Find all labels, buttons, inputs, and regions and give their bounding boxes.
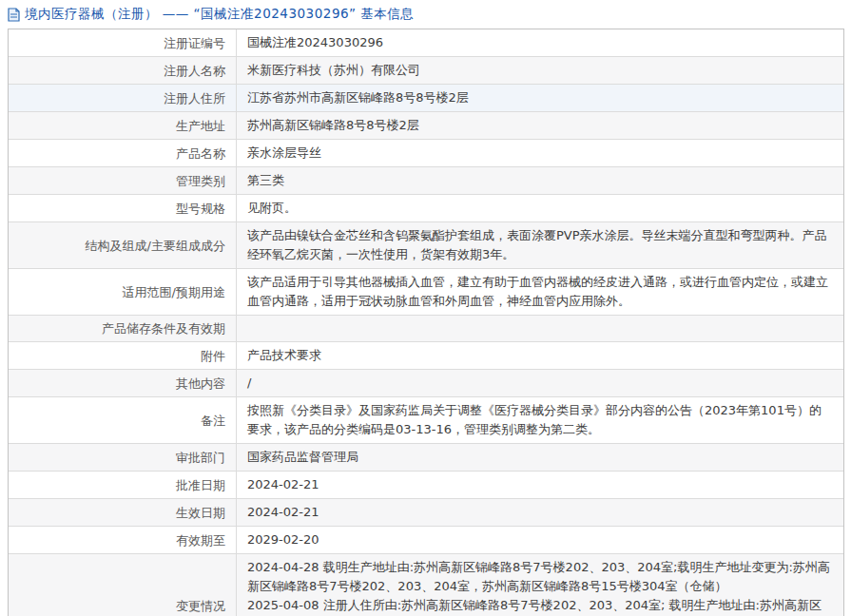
row-label: 其他内容	[9, 370, 237, 396]
row-value: 米新医疗科技（苏州）有限公司	[237, 57, 843, 84]
row-value: 第三类	[237, 167, 843, 194]
row-effective-date: 生效日期 2024-02-21	[9, 498, 843, 526]
row-value: 产品技术要求	[237, 342, 843, 369]
row-registration-number: 注册证编号 国械注准20243030296	[9, 29, 843, 56]
page-title: 境内医疗器械（注册） —— “国械注准20243030296” 基本信息	[25, 6, 414, 23]
row-registrant-name: 注册人名称 米新医疗科技（苏州）有限公司	[9, 56, 843, 84]
row-label: 适用范围/预期用途	[9, 269, 237, 315]
page-header: 境内医疗器械（注册） —— “国械注准20243030296” 基本信息	[0, 0, 851, 27]
row-label: 产品储存条件及有效期	[9, 316, 237, 341]
row-value: 国械注准20243030296	[237, 29, 843, 56]
row-product-name: 产品名称 亲水涂层导丝	[9, 139, 843, 166]
row-management-class: 管理类别 第三类	[9, 166, 843, 194]
change-record-entry-1: 2024-04-28 载明生产地址由:苏州高新区锦峰路8号7号楼202、203、…	[247, 558, 833, 596]
row-label: 变更情况	[9, 554, 237, 616]
row-approval-date: 批准日期 2024-02-21	[9, 471, 843, 498]
row-registrant-address: 注册人住所 江苏省苏州市高新区锦峰路8号8号楼2层	[9, 84, 843, 111]
row-label: 注册人住所	[9, 85, 237, 111]
row-label: 备注	[9, 397, 237, 443]
row-production-address: 生产地址 苏州高新区锦峰路8号8号楼2层	[9, 111, 843, 139]
row-label: 批准日期	[9, 472, 237, 498]
row-approval-department: 审批部门 国家药品监督管理局	[9, 443, 843, 471]
row-value: 江苏省苏州市高新区锦峰路8号8号楼2层	[237, 85, 843, 111]
row-value: 2024-02-21	[237, 472, 843, 498]
row-remarks: 备注 按照新《分类目录》及国家药监局关于调整《医疗器械分类目录》部分内容的公告（…	[9, 396, 843, 443]
row-label: 有效期至	[9, 527, 237, 553]
row-label: 管理类别	[9, 167, 237, 194]
row-value: 按照新《分类目录》及国家药监局关于调整《医疗器械分类目录》部分内容的公告（202…	[237, 397, 843, 443]
row-value: 该产品由镍钛合金芯丝和含钨聚氨酯护套组成，表面涂覆PVP亲水涂层。导丝末端分直型…	[237, 222, 843, 268]
row-value: 见附页。	[237, 195, 843, 221]
row-label: 产品名称	[9, 140, 237, 166]
row-value: 亲水涂层导丝	[237, 140, 843, 166]
row-structure-composition: 结构及组成/主要组成成分 该产品由镍钛合金芯丝和含钨聚氨酯护套组成，表面涂覆PV…	[9, 221, 843, 268]
row-attachment: 附件 产品技术要求	[9, 341, 843, 369]
row-label: 型号规格	[9, 195, 237, 221]
row-label: 生效日期	[9, 499, 237, 526]
row-value: 苏州高新区锦峰路8号8号楼2层	[237, 112, 843, 139]
row-label: 结构及组成/主要组成成分	[9, 222, 237, 268]
registration-info-table: 注册证编号 国械注准20243030296 注册人名称 米新医疗科技（苏州）有限…	[8, 29, 844, 616]
row-value: 2024-02-21	[237, 499, 843, 526]
row-label: 注册证编号	[9, 29, 237, 56]
row-value: /	[237, 370, 843, 396]
row-label: 审批部门	[9, 444, 237, 471]
row-other-content: 其他内容 /	[9, 369, 843, 396]
row-change-record: 变更情况 2024-04-28 载明生产地址由:苏州高新区锦峰路8号7号楼202…	[9, 553, 843, 616]
row-label: 生产地址	[9, 112, 237, 139]
row-value: 2024-04-28 载明生产地址由:苏州高新区锦峰路8号7号楼202、203、…	[237, 554, 843, 616]
row-model-spec: 型号规格 见附页。	[9, 194, 843, 221]
row-expiry-date: 有效期至 2029-02-20	[9, 526, 843, 553]
change-record-entry-2: 2025-04-08 注册人住所由:苏州高新区锦峰路8号7号楼202、203、2…	[247, 596, 833, 616]
row-storage-validity: 产品储存条件及有效期	[9, 315, 843, 341]
row-value: 2029-02-20	[237, 527, 843, 553]
row-value: 国家药品监督管理局	[237, 444, 843, 471]
row-label: 附件	[9, 342, 237, 369]
row-value: 该产品适用于引导其他器械插入血管，建立有助于血管内器械的经皮进入通路，或进行血管…	[237, 269, 843, 315]
row-intended-use: 适用范围/预期用途 该产品适用于引导其他器械插入血管，建立有助于血管内器械的经皮…	[9, 268, 843, 315]
row-value	[237, 316, 843, 341]
document-icon	[8, 8, 20, 22]
row-label: 注册人名称	[9, 57, 237, 84]
